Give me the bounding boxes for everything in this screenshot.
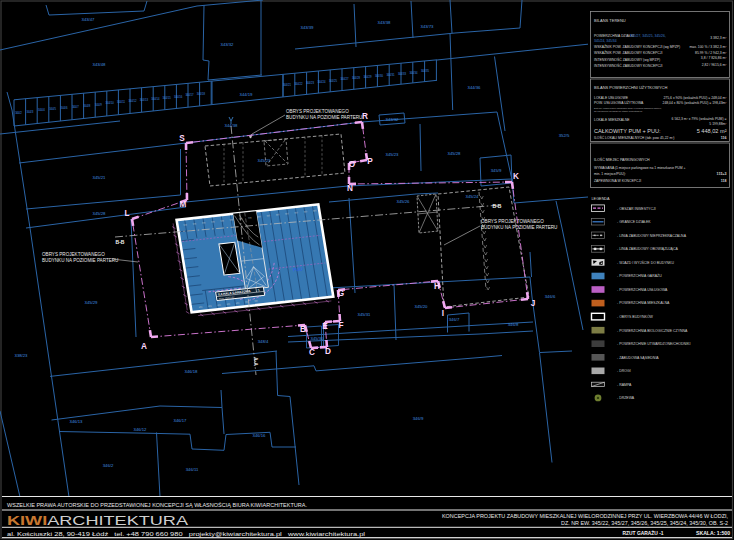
svg-text:SKALA: 1:500: SKALA: 1:500 [696, 529, 730, 536]
svg-text:346/9: 346/9 [413, 416, 424, 421]
svg-text:I: I [442, 309, 444, 318]
svg-text:344/23: 344/23 [306, 81, 315, 85]
svg-text:344/16: 344/16 [174, 95, 183, 99]
svg-text:WYMAGANA (1 miejsce parkingowe: WYMAGANA (1 miejsce parkingowe na 1 mies… [594, 166, 686, 170]
svg-text:345/26: 345/26 [397, 199, 410, 204]
svg-text:344/8: 344/8 [84, 104, 91, 108]
svg-text:E: E [322, 322, 328, 331]
svg-text:min. 1 miejsce/PUU):: min. 1 miejsce/PUU): [594, 172, 626, 176]
svg-text:6 562,3 m² x 79% (wskaźnik PUM: 6 562,3 m² x 79% (wskaźnik PUM) = [672, 117, 727, 121]
svg-text:344/9: 344/9 [95, 103, 102, 107]
svg-text:344/21: 344/21 [283, 83, 292, 87]
svg-text:248,04 x 80% (wskaźnik PUU) =: 248,04 x 80% (wskaźnik PUU) = 198,43m² [663, 101, 728, 105]
svg-text:BUDYNKU NA POZIOMIE PARTERU: BUDYNKU NA POZIOMIE PARTERU [286, 115, 362, 120]
svg-text:116: 116 [721, 136, 727, 140]
svg-text:345/24, 345/34: 345/24, 345/34 [594, 39, 617, 43]
svg-text:346/16: 346/16 [253, 433, 266, 438]
svg-text:345/9: 345/9 [491, 168, 502, 173]
svg-text:343/32: 343/32 [221, 42, 234, 47]
svg-text:343/38: 343/38 [378, 20, 391, 25]
svg-text:OBRYS PROJEKTOWANEGO: OBRYS PROJEKTOWANEGO [42, 252, 105, 257]
svg-text:- WJAZD I WYJŚCIE DO BUDYNKU: - WJAZD I WYJŚCIE DO BUDYNKU [617, 260, 674, 265]
svg-text:O: O [349, 160, 356, 169]
svg-text:344/31: 344/31 [386, 73, 395, 77]
svg-text:K: K [513, 172, 519, 181]
svg-text:5 199,88m²: 5 199,88m² [709, 122, 727, 126]
svg-text:- DROGI: - DROGI [617, 369, 631, 373]
svg-text:BILANS POWIERZCHNI UŻYTKOWYCH: BILANS POWIERZCHNI UŻYTKOWYCH [594, 85, 667, 90]
svg-text:346/12: 346/12 [134, 427, 147, 432]
svg-text:R: R [362, 112, 368, 121]
svg-text:D: D [325, 347, 331, 356]
svg-text:P: P [367, 157, 373, 166]
svg-text:- OBRYS BUDYNKÓW: - OBRYS BUDYNKÓW [617, 314, 654, 319]
svg-text:- OBSZAR INWESTYCJI: - OBSZAR INWESTYCJI [617, 207, 656, 211]
svg-text:OBRYS PROJEKTOWANEGO: OBRYS PROJEKTOWANEGO [286, 109, 349, 114]
svg-text:INTENSYWNOŚĆ ZABUDOWY (wg MPZP: INTENSYWNOŚĆ ZABUDOWY (wg MPZP) [594, 57, 660, 62]
svg-text:- RAMPA: - RAMPA [617, 383, 632, 387]
svg-text:344/2: 344/2 [15, 111, 22, 115]
svg-text:3 382,3 m²: 3 382,3 m² [710, 36, 727, 40]
svg-text:J: J [531, 299, 536, 308]
svg-text:BUDYNKU NA POZIOMIE PARTERU: BUDYNKU NA POZIOMIE PARTERU [42, 258, 118, 263]
svg-text:345/31: 345/31 [358, 312, 371, 317]
svg-text:338/23: 338/23 [15, 353, 28, 358]
svg-text:343/47: 343/47 [82, 17, 95, 22]
svg-text:345/24: 345/24 [466, 194, 479, 199]
svg-text:344/4: 344/4 [38, 108, 45, 112]
svg-text:al. Kościuszki 28, 90-419 Łódź: al. Kościuszki 28, 90-419 Łódź tel. +48 … [7, 531, 365, 537]
svg-text:- GRANICE DZIAŁEK: - GRANICE DZIAŁEK [617, 220, 651, 224]
svg-text:- POWIERZCHNIA MIESZKALNA: - POWIERZCHNIA MIESZKALNA [617, 301, 670, 305]
svg-text:346/8: 346/8 [508, 322, 519, 327]
svg-text:344/17: 344/17 [185, 93, 194, 97]
svg-text:345/28: 345/28 [448, 151, 461, 156]
svg-text:PUU: PUU [293, 266, 303, 272]
svg-text:BILANS TERENU: BILANS TERENU [594, 18, 626, 23]
svg-text:346/18: 346/18 [185, 369, 198, 374]
svg-text:ILOŚĆ LOKALI MIESZKALNYCH (śdr: ILOŚĆ LOKALI MIESZKALNYCH (śdr. pow 45,2… [594, 135, 674, 140]
svg-text:344/28: 344/28 [352, 76, 361, 80]
svg-text:344/30: 344/30 [375, 74, 384, 78]
svg-text:KONCEPCJA PROJEKTU ZABUDOWY MI: KONCEPCJA PROJEKTU ZABUDOWY MIESZKALNEJ … [442, 513, 728, 519]
svg-text:B-B: B-B [116, 239, 125, 245]
svg-text:345/27, 345/25, 345/26,: 345/27, 345/25, 345/26, [630, 34, 666, 38]
svg-text:- DRZEWA: - DRZEWA [617, 396, 635, 400]
svg-text:F: F [338, 321, 343, 330]
svg-text:5 448,02 m²: 5 448,02 m² [697, 128, 727, 134]
svg-text:3,8 / 7 826,86 m²: 3,8 / 7 826,86 m² [701, 56, 728, 60]
svg-text:S: S [179, 134, 185, 143]
svg-text:CAŁKOWITY PUM + PUU:: CAŁKOWITY PUM + PUU: [594, 128, 661, 134]
svg-text:WSKAŹNIK POW. ZABUDOWY KONCEPC: WSKAŹNIK POW. ZABUDOWY KONCEPCJI (wg MPZ… [594, 44, 680, 49]
svg-text:344/25: 344/25 [329, 79, 338, 83]
svg-text:WSKAŹNIK POW. ZABUDOWY KONCEPC: WSKAŹNIK POW. ZABUDOWY KONCEPCJI [594, 50, 662, 55]
svg-text:345/28: 345/28 [93, 211, 106, 216]
svg-text:- POWIERZCHNIA GARAŻU: - POWIERZCHNIA GARAŻU [617, 273, 662, 278]
svg-text:344/13: 344/13 [140, 98, 149, 102]
svg-text:A-A: A-A [253, 357, 259, 366]
svg-text:ZAPEWNIONA W KONCEPCJI: ZAPEWNIONA W KONCEPCJI [594, 179, 641, 183]
svg-text:INTENSYWNOŚĆ ZABUDOWY KONCEPCJ: INTENSYWNOŚĆ ZABUDOWY KONCEPCJI [594, 63, 663, 68]
svg-text:345/20: 345/20 [415, 304, 428, 309]
svg-text:RZUT GARAŻU -1: RZUT GARAŻU -1 [623, 529, 664, 536]
svg-text:2,82 / 9615,6 m²: 2,82 / 9615,6 m² [702, 63, 728, 67]
svg-text:115+3: 115+3 [717, 172, 727, 176]
svg-text:344/36: 344/36 [468, 85, 481, 90]
svg-text:346/6: 346/6 [545, 294, 556, 299]
svg-text:- POWIERZCHNIA BIOLOGICZNIE CZ: - POWIERZCHNIA BIOLOGICZNIE CZYNNA [617, 329, 688, 333]
svg-text:343/48: 343/48 [93, 62, 106, 67]
svg-text:85.99 % / 2 942,3 m²: 85.99 % / 2 942,3 m² [695, 51, 727, 55]
svg-text:346/7: 346/7 [449, 317, 460, 322]
svg-text:343/73: 343/73 [421, 24, 434, 29]
svg-text:344/27: 344/27 [340, 77, 349, 81]
svg-text:344/10: 344/10 [106, 101, 115, 105]
svg-text:344/11: 344/11 [117, 100, 126, 104]
svg-text:352/5: 352/5 [559, 133, 570, 138]
svg-text:345/30: 345/30 [311, 336, 324, 341]
svg-text:POWIERZCHNIA DZIAŁKI: POWIERZCHNIA DZIAŁKI [594, 34, 634, 38]
svg-text:LEGENDA: LEGENDA [592, 197, 611, 201]
svg-text:BUDYNKU NA POZIOMIE PARTERU: BUDYNKU NA POZIOMIE PARTERU [481, 225, 557, 230]
svg-text:DZ. NR EW. 345/22, 345/27, 345: DZ. NR EW. 345/22, 345/27, 345/26, 345/2… [561, 520, 728, 526]
svg-text:345/29: 345/29 [85, 300, 98, 305]
svg-text:343/32: 343/32 [386, 117, 399, 122]
svg-text:344/12: 344/12 [128, 99, 137, 103]
